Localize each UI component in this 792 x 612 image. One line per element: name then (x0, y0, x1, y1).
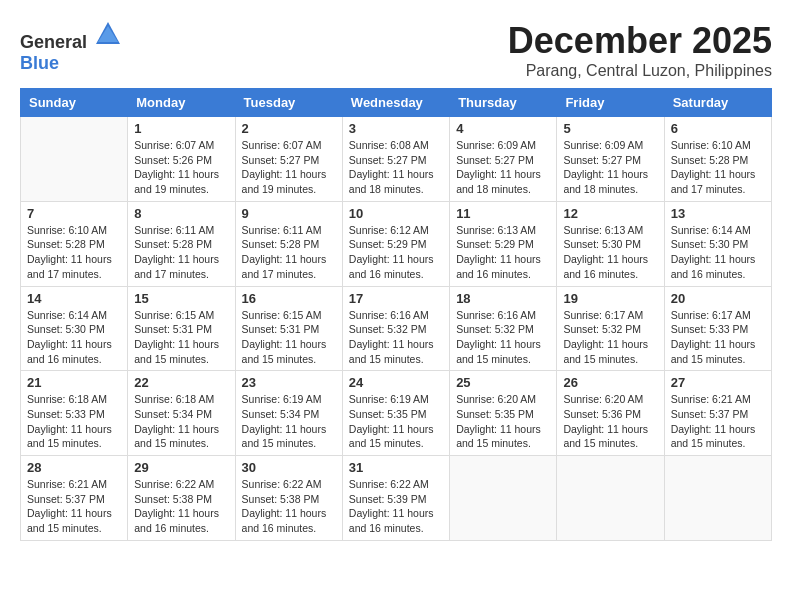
day-info: Sunrise: 6:13 AM Sunset: 5:30 PM Dayligh… (563, 223, 657, 282)
day-number: 14 (27, 291, 121, 306)
day-info: Sunrise: 6:15 AM Sunset: 5:31 PM Dayligh… (134, 308, 228, 367)
day-number: 19 (563, 291, 657, 306)
day-info: Sunrise: 6:11 AM Sunset: 5:28 PM Dayligh… (134, 223, 228, 282)
day-number: 6 (671, 121, 765, 136)
page-header: General Blue December 2025 Parang, Centr… (20, 20, 772, 80)
day-number: 11 (456, 206, 550, 221)
day-number: 28 (27, 460, 121, 475)
weekday-header: Saturday (664, 89, 771, 117)
day-number: 5 (563, 121, 657, 136)
day-number: 8 (134, 206, 228, 221)
calendar-cell: 3Sunrise: 6:08 AM Sunset: 5:27 PM Daylig… (342, 117, 449, 202)
weekday-header: Sunday (21, 89, 128, 117)
calendar-cell: 17Sunrise: 6:16 AM Sunset: 5:32 PM Dayli… (342, 286, 449, 371)
weekday-header: Tuesday (235, 89, 342, 117)
day-info: Sunrise: 6:18 AM Sunset: 5:33 PM Dayligh… (27, 392, 121, 451)
calendar-cell: 14Sunrise: 6:14 AM Sunset: 5:30 PM Dayli… (21, 286, 128, 371)
calendar-week-row: 28Sunrise: 6:21 AM Sunset: 5:37 PM Dayli… (21, 456, 772, 541)
day-info: Sunrise: 6:19 AM Sunset: 5:35 PM Dayligh… (349, 392, 443, 451)
calendar-cell (450, 456, 557, 541)
day-info: Sunrise: 6:17 AM Sunset: 5:32 PM Dayligh… (563, 308, 657, 367)
calendar-cell: 10Sunrise: 6:12 AM Sunset: 5:29 PM Dayli… (342, 201, 449, 286)
logo-text: General Blue (20, 20, 122, 74)
day-number: 24 (349, 375, 443, 390)
day-number: 30 (242, 460, 336, 475)
calendar-cell: 8Sunrise: 6:11 AM Sunset: 5:28 PM Daylig… (128, 201, 235, 286)
calendar-cell: 7Sunrise: 6:10 AM Sunset: 5:28 PM Daylig… (21, 201, 128, 286)
day-info: Sunrise: 6:22 AM Sunset: 5:38 PM Dayligh… (242, 477, 336, 536)
logo-icon (94, 20, 122, 48)
calendar-cell: 25Sunrise: 6:20 AM Sunset: 5:35 PM Dayli… (450, 371, 557, 456)
logo: General Blue (20, 20, 122, 74)
day-number: 23 (242, 375, 336, 390)
calendar-week-row: 14Sunrise: 6:14 AM Sunset: 5:30 PM Dayli… (21, 286, 772, 371)
calendar-cell: 26Sunrise: 6:20 AM Sunset: 5:36 PM Dayli… (557, 371, 664, 456)
location-title: Parang, Central Luzon, Philippines (508, 62, 772, 80)
calendar-cell: 20Sunrise: 6:17 AM Sunset: 5:33 PM Dayli… (664, 286, 771, 371)
day-info: Sunrise: 6:11 AM Sunset: 5:28 PM Dayligh… (242, 223, 336, 282)
day-info: Sunrise: 6:10 AM Sunset: 5:28 PM Dayligh… (671, 138, 765, 197)
calendar-cell: 19Sunrise: 6:17 AM Sunset: 5:32 PM Dayli… (557, 286, 664, 371)
calendar-cell: 21Sunrise: 6:18 AM Sunset: 5:33 PM Dayli… (21, 371, 128, 456)
calendar-cell: 12Sunrise: 6:13 AM Sunset: 5:30 PM Dayli… (557, 201, 664, 286)
day-info: Sunrise: 6:09 AM Sunset: 5:27 PM Dayligh… (456, 138, 550, 197)
day-number: 2 (242, 121, 336, 136)
calendar-cell (664, 456, 771, 541)
day-info: Sunrise: 6:12 AM Sunset: 5:29 PM Dayligh… (349, 223, 443, 282)
day-info: Sunrise: 6:07 AM Sunset: 5:27 PM Dayligh… (242, 138, 336, 197)
day-number: 12 (563, 206, 657, 221)
calendar-cell (557, 456, 664, 541)
logo-blue: Blue (20, 53, 59, 73)
day-info: Sunrise: 6:18 AM Sunset: 5:34 PM Dayligh… (134, 392, 228, 451)
day-number: 31 (349, 460, 443, 475)
title-block: December 2025 Parang, Central Luzon, Phi… (508, 20, 772, 80)
calendar-cell: 31Sunrise: 6:22 AM Sunset: 5:39 PM Dayli… (342, 456, 449, 541)
day-number: 13 (671, 206, 765, 221)
calendar-cell: 30Sunrise: 6:22 AM Sunset: 5:38 PM Dayli… (235, 456, 342, 541)
calendar-cell: 2Sunrise: 6:07 AM Sunset: 5:27 PM Daylig… (235, 117, 342, 202)
day-number: 1 (134, 121, 228, 136)
day-number: 16 (242, 291, 336, 306)
day-number: 22 (134, 375, 228, 390)
day-info: Sunrise: 6:14 AM Sunset: 5:30 PM Dayligh… (671, 223, 765, 282)
day-number: 20 (671, 291, 765, 306)
day-info: Sunrise: 6:10 AM Sunset: 5:28 PM Dayligh… (27, 223, 121, 282)
day-number: 21 (27, 375, 121, 390)
day-info: Sunrise: 6:09 AM Sunset: 5:27 PM Dayligh… (563, 138, 657, 197)
calendar-week-row: 1Sunrise: 6:07 AM Sunset: 5:26 PM Daylig… (21, 117, 772, 202)
day-info: Sunrise: 6:13 AM Sunset: 5:29 PM Dayligh… (456, 223, 550, 282)
calendar-header-row: SundayMondayTuesdayWednesdayThursdayFrid… (21, 89, 772, 117)
day-info: Sunrise: 6:19 AM Sunset: 5:34 PM Dayligh… (242, 392, 336, 451)
calendar-cell: 23Sunrise: 6:19 AM Sunset: 5:34 PM Dayli… (235, 371, 342, 456)
day-info: Sunrise: 6:22 AM Sunset: 5:38 PM Dayligh… (134, 477, 228, 536)
calendar-cell: 24Sunrise: 6:19 AM Sunset: 5:35 PM Dayli… (342, 371, 449, 456)
day-number: 15 (134, 291, 228, 306)
day-number: 27 (671, 375, 765, 390)
day-number: 26 (563, 375, 657, 390)
day-number: 4 (456, 121, 550, 136)
weekday-header: Thursday (450, 89, 557, 117)
calendar-table: SundayMondayTuesdayWednesdayThursdayFrid… (20, 88, 772, 541)
calendar-cell: 22Sunrise: 6:18 AM Sunset: 5:34 PM Dayli… (128, 371, 235, 456)
day-info: Sunrise: 6:21 AM Sunset: 5:37 PM Dayligh… (27, 477, 121, 536)
calendar-cell: 9Sunrise: 6:11 AM Sunset: 5:28 PM Daylig… (235, 201, 342, 286)
calendar-cell: 6Sunrise: 6:10 AM Sunset: 5:28 PM Daylig… (664, 117, 771, 202)
day-info: Sunrise: 6:20 AM Sunset: 5:35 PM Dayligh… (456, 392, 550, 451)
month-title: December 2025 (508, 20, 772, 62)
calendar-cell: 13Sunrise: 6:14 AM Sunset: 5:30 PM Dayli… (664, 201, 771, 286)
day-info: Sunrise: 6:16 AM Sunset: 5:32 PM Dayligh… (456, 308, 550, 367)
weekday-header: Wednesday (342, 89, 449, 117)
calendar-cell: 28Sunrise: 6:21 AM Sunset: 5:37 PM Dayli… (21, 456, 128, 541)
day-info: Sunrise: 6:07 AM Sunset: 5:26 PM Dayligh… (134, 138, 228, 197)
day-number: 10 (349, 206, 443, 221)
logo-general: General (20, 32, 87, 52)
calendar-cell (21, 117, 128, 202)
calendar-cell: 18Sunrise: 6:16 AM Sunset: 5:32 PM Dayli… (450, 286, 557, 371)
day-number: 18 (456, 291, 550, 306)
calendar-cell: 11Sunrise: 6:13 AM Sunset: 5:29 PM Dayli… (450, 201, 557, 286)
calendar-cell: 16Sunrise: 6:15 AM Sunset: 5:31 PM Dayli… (235, 286, 342, 371)
calendar-cell: 4Sunrise: 6:09 AM Sunset: 5:27 PM Daylig… (450, 117, 557, 202)
day-info: Sunrise: 6:16 AM Sunset: 5:32 PM Dayligh… (349, 308, 443, 367)
day-number: 29 (134, 460, 228, 475)
day-info: Sunrise: 6:14 AM Sunset: 5:30 PM Dayligh… (27, 308, 121, 367)
